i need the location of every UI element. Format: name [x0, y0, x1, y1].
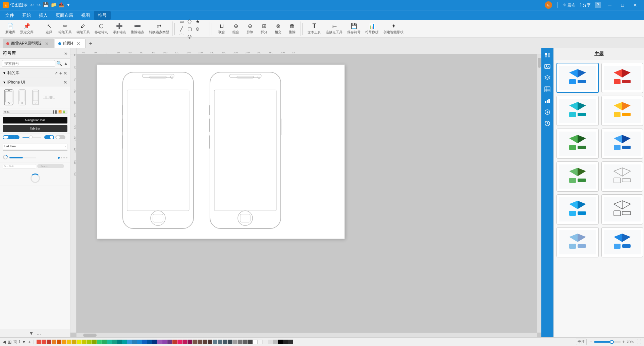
- color-swatch-white[interactable]: [253, 340, 258, 344]
- save-icon[interactable]: 💾: [43, 2, 49, 8]
- smart-shape-button[interactable]: ✦ 创建智能形状: [381, 22, 406, 36]
- menu-file[interactable]: 文件: [1, 11, 18, 20]
- page-thumbnail-icon[interactable]: ⊞: [8, 339, 12, 345]
- textfield-shape[interactable]: Text Field: [3, 164, 36, 169]
- tab-close-2[interactable]: ✕: [76, 41, 80, 46]
- color-swatch[interactable]: [177, 340, 182, 344]
- sidebar-collapse-button[interactable]: »: [64, 50, 67, 56]
- theme-card-8[interactable]: [601, 161, 643, 192]
- save-symbol-button[interactable]: 💾 保存符号: [345, 22, 363, 36]
- convert-anchor-button[interactable]: ⇄ 转换锚点类型: [147, 22, 171, 36]
- more-icon[interactable]: ▼: [66, 2, 71, 8]
- color-swatch[interactable]: [52, 340, 56, 344]
- color-swatch[interactable]: [238, 340, 243, 344]
- menu-view[interactable]: 视图: [77, 11, 94, 20]
- color-swatch[interactable]: [77, 340, 82, 344]
- color-swatch[interactable]: [82, 340, 87, 344]
- new-library-button[interactable]: 📄 新建库: [3, 22, 17, 36]
- segment-control-shape[interactable]: [3, 135, 19, 141]
- color-swatch[interactable]: [112, 340, 117, 344]
- delete-anchor-button[interactable]: ➖ 删除锚点: [129, 22, 146, 36]
- color-swatch[interactable]: [258, 340, 263, 344]
- v-scrollbar[interactable]: [537, 54, 541, 333]
- status-bar-shape[interactable]: 9:41 ▐▐▌ 📶 🔋: [3, 110, 67, 114]
- theme-card-1[interactable]: [556, 63, 599, 93]
- color-swatch[interactable]: [152, 340, 157, 344]
- color-swatch[interactable]: [162, 340, 167, 344]
- iphone-mockup-1[interactable]: [122, 71, 194, 229]
- progress-bar-shape[interactable]: [9, 155, 56, 160]
- share-button[interactable]: ⤴ 分享: [580, 2, 591, 8]
- pentagon-shape-button[interactable]: ⬠: [186, 18, 193, 25]
- color-swatch[interactable]: [283, 340, 288, 344]
- add-page-button[interactable]: +: [28, 339, 31, 345]
- maximize-button[interactable]: □: [616, 0, 629, 10]
- tabbar-shape[interactable]: Tab Bar: [3, 125, 67, 132]
- iphone-shape-3[interactable]: [30, 89, 42, 106]
- share-icon2[interactable]: 📤: [58, 2, 64, 8]
- sidebar-scroll-up[interactable]: ▲: [63, 61, 68, 66]
- search-icon[interactable]: 🔍: [56, 61, 62, 66]
- color-swatch[interactable]: [87, 340, 92, 344]
- color-swatch[interactable]: [243, 340, 248, 344]
- color-swatch[interactable]: [137, 340, 142, 344]
- theme-card-10[interactable]: [601, 194, 643, 225]
- color-swatch[interactable]: [107, 340, 112, 344]
- predefined-library-button[interactable]: 📌 预定义库: [18, 22, 36, 36]
- data-panel-icon[interactable]: [542, 84, 553, 95]
- color-swatch[interactable]: [172, 340, 177, 344]
- ring-shape-button[interactable]: ◎: [186, 33, 193, 40]
- intersect-button[interactable]: ⊗ 相交: [271, 22, 285, 36]
- color-swatch-black[interactable]: [278, 340, 283, 344]
- iphone-shape-1[interactable]: [3, 89, 15, 106]
- publish-button[interactable]: ✈ 发布: [563, 2, 576, 8]
- page-control-shape[interactable]: [57, 155, 67, 160]
- color-swatch[interactable]: [62, 340, 66, 344]
- color-swatch[interactable]: [102, 340, 107, 344]
- union-button[interactable]: ⊔ 联合: [215, 22, 228, 36]
- sidebar-scroll-down[interactable]: ▼: [29, 331, 34, 336]
- color-swatch[interactable]: [97, 340, 102, 344]
- iphone-ui-header[interactable]: ▼ iPhone UI ✕: [0, 78, 70, 87]
- color-swatch[interactable]: [198, 340, 202, 344]
- layers-panel-icon[interactable]: [542, 72, 553, 83]
- page-nav-prev[interactable]: ◀: [3, 339, 6, 344]
- color-swatch[interactable]: [248, 340, 253, 344]
- format-icon[interactable]: [542, 50, 553, 60]
- iphone-shape-4[interactable]: [43, 89, 55, 106]
- color-swatch[interactable]: [57, 340, 61, 344]
- move-anchor-button[interactable]: ⬡ 移动锚点: [93, 22, 110, 36]
- color-swatch[interactable]: [132, 340, 137, 344]
- text-tool-button[interactable]: T 文本工具: [306, 22, 323, 36]
- color-swatch[interactable]: [223, 340, 227, 344]
- line-shape-button[interactable]: ╱: [178, 26, 185, 32]
- arc-shape-button[interactable]: ⌒: [178, 33, 185, 40]
- color-swatch[interactable]: [167, 340, 172, 344]
- theme-card-4[interactable]: [601, 96, 643, 126]
- navbar-shape[interactable]: Navigation Bar: [3, 117, 67, 123]
- color-swatch[interactable]: [72, 340, 76, 344]
- color-swatch[interactable]: [288, 340, 293, 344]
- tab-doc2[interactable]: 绘图4 ✕: [55, 39, 86, 48]
- user-avatar[interactable]: E: [545, 1, 552, 9]
- menu-insert[interactable]: 插入: [35, 11, 52, 20]
- add-anchor-button[interactable]: ➕ 添加锚点: [111, 22, 128, 36]
- color-swatch[interactable]: [122, 340, 127, 344]
- color-swatch[interactable]: [142, 340, 147, 344]
- h-scrollbar-thumb[interactable]: [83, 334, 97, 337]
- color-swatch[interactable]: [228, 340, 232, 344]
- switch-shape[interactable]: [44, 135, 54, 141]
- iphone-mockup-2[interactable]: [209, 71, 281, 229]
- theme-card-3[interactable]: [556, 96, 599, 126]
- pencil-tool-button[interactable]: ✏ 铅笔工具: [56, 22, 74, 36]
- redo-button[interactable]: ↪: [37, 2, 41, 8]
- close-button[interactable]: ✕: [629, 0, 641, 10]
- my-library-header[interactable]: ▼ 我的库 ↗ + ✕: [0, 68, 70, 78]
- search-bar-shape[interactable]: Search: [37, 164, 67, 169]
- square-shape-button[interactable]: ▢: [186, 26, 193, 32]
- menu-layout[interactable]: 页面布局: [52, 11, 77, 20]
- color-swatch[interactable]: [157, 340, 162, 344]
- zoom-out-button[interactable]: −: [589, 339, 592, 345]
- theme-card-9[interactable]: [556, 194, 599, 225]
- color-swatch[interactable]: [273, 340, 278, 344]
